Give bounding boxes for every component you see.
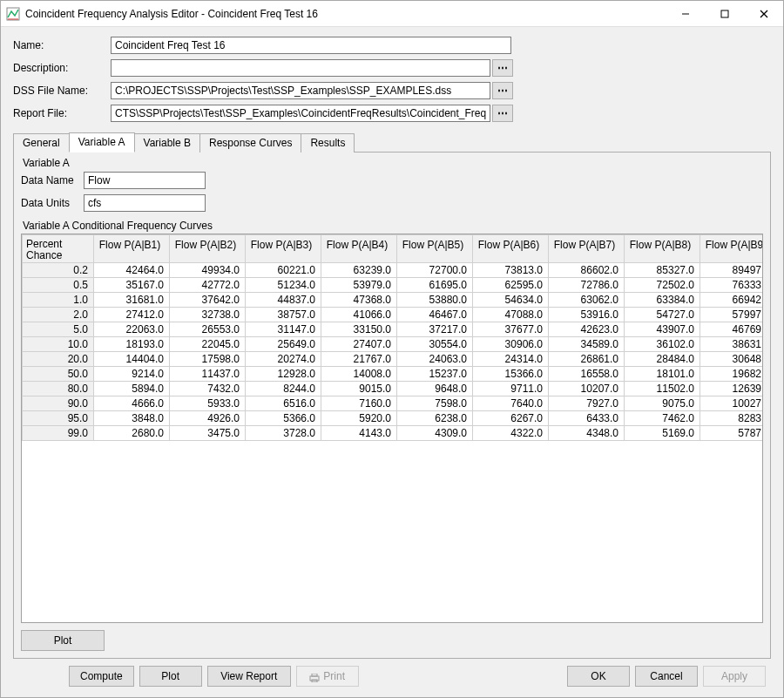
data-cell[interactable]: 37677.0	[473, 322, 549, 337]
row-header-cell[interactable]: 2.0	[23, 308, 94, 322]
data-cell[interactable]: 14404.0	[94, 352, 170, 367]
frequency-table-container[interactable]: PercentChanceFlow P(A|B1)Flow P(A|B2)Flo…	[21, 234, 763, 623]
row-header-cell[interactable]: 10.0	[23, 337, 94, 352]
column-header-b4[interactable]: Flow P(A|B4)	[321, 235, 397, 263]
data-cell[interactable]: 3848.0	[94, 411, 170, 426]
data-cell[interactable]: 7598.0	[397, 396, 473, 411]
data-cell[interactable]: 28484.0	[625, 352, 700, 367]
data-cell[interactable]: 6238.0	[397, 411, 473, 426]
maximize-button[interactable]	[705, 1, 744, 26]
data-cell[interactable]: 5894.0	[94, 382, 170, 396]
column-header-b7[interactable]: Flow P(A|B7)	[549, 235, 625, 263]
data-cell[interactable]: 72700.0	[397, 263, 473, 278]
data-cell[interactable]: 12928.0	[246, 367, 321, 382]
data-cell[interactable]: 3728.0	[246, 426, 321, 441]
tab-variable-b[interactable]: Variable B	[134, 133, 200, 152]
tab-response-curves[interactable]: Response Curves	[199, 133, 301, 152]
row-header-cell[interactable]: 20.0	[23, 352, 94, 367]
cancel-button[interactable]: Cancel	[635, 666, 698, 687]
data-cell[interactable]: 11437.0	[170, 367, 246, 382]
data-cell[interactable]: 47368.0	[321, 293, 397, 308]
data-units-input[interactable]	[84, 194, 206, 212]
report-file-browse-button[interactable]: ⋯	[492, 105, 513, 122]
data-cell[interactable]: 63384.0	[625, 293, 700, 308]
tab-results[interactable]: Results	[301, 133, 355, 152]
data-cell[interactable]: 72502.0	[625, 278, 700, 293]
data-cell[interactable]: 12639.0	[700, 382, 764, 396]
data-cell[interactable]: 41066.0	[321, 308, 397, 322]
data-cell[interactable]: 2680.0	[94, 426, 170, 441]
description-input[interactable]	[111, 59, 490, 77]
data-cell[interactable]: 60221.0	[246, 263, 321, 278]
data-cell[interactable]: 30648.0	[700, 352, 764, 367]
data-cell[interactable]: 4926.0	[170, 411, 246, 426]
data-cell[interactable]: 5787.0	[700, 426, 764, 441]
name-input[interactable]	[111, 37, 511, 54]
plot-button[interactable]: Plot	[139, 666, 202, 687]
data-cell[interactable]: 53916.0	[549, 308, 625, 322]
data-cell[interactable]: 7432.0	[170, 382, 246, 396]
data-cell[interactable]: 47088.0	[473, 308, 549, 322]
data-cell[interactable]: 42623.0	[549, 322, 625, 337]
data-cell[interactable]: 6267.0	[473, 411, 549, 426]
data-cell[interactable]: 11502.0	[625, 382, 700, 396]
column-header-b3[interactable]: Flow P(A|B3)	[246, 235, 321, 263]
data-cell[interactable]: 8244.0	[246, 382, 321, 396]
data-cell[interactable]: 8283.0	[700, 411, 764, 426]
data-cell[interactable]: 21767.0	[321, 352, 397, 367]
column-header-b9[interactable]: Flow P(A|B9)	[700, 235, 764, 263]
data-cell[interactable]: 53880.0	[397, 293, 473, 308]
data-cell[interactable]: 66942.0	[700, 293, 764, 308]
data-cell[interactable]: 62595.0	[473, 278, 549, 293]
data-cell[interactable]: 10027.0	[700, 396, 764, 411]
data-cell[interactable]: 63062.0	[549, 293, 625, 308]
data-cell[interactable]: 19682.0	[700, 367, 764, 382]
data-cell[interactable]: 42772.0	[170, 278, 246, 293]
column-header-b2[interactable]: Flow P(A|B2)	[170, 235, 246, 263]
data-cell[interactable]: 36102.0	[625, 337, 700, 352]
data-cell[interactable]: 43907.0	[625, 322, 700, 337]
row-header-cell[interactable]: 5.0	[23, 322, 94, 337]
ok-button[interactable]: OK	[567, 666, 630, 687]
column-header-b1[interactable]: Flow P(A|B1)	[94, 235, 170, 263]
data-cell[interactable]: 38631.0	[700, 337, 764, 352]
data-cell[interactable]: 15237.0	[397, 367, 473, 382]
close-button[interactable]	[744, 1, 783, 26]
data-cell[interactable]: 26861.0	[549, 352, 625, 367]
data-cell[interactable]: 61695.0	[397, 278, 473, 293]
data-cell[interactable]: 51234.0	[246, 278, 321, 293]
row-header-cell[interactable]: 0.5	[23, 278, 94, 293]
data-cell[interactable]: 4309.0	[397, 426, 473, 441]
data-cell[interactable]: 4322.0	[473, 426, 549, 441]
data-cell[interactable]: 5366.0	[246, 411, 321, 426]
row-header-cell[interactable]: 1.0	[23, 293, 94, 308]
data-cell[interactable]: 63239.0	[321, 263, 397, 278]
data-cell[interactable]: 57997.0	[700, 308, 764, 322]
data-cell[interactable]: 20274.0	[246, 352, 321, 367]
panel-plot-button[interactable]: Plot	[21, 630, 105, 651]
data-cell[interactable]: 73813.0	[473, 263, 549, 278]
compute-button[interactable]: Compute	[69, 666, 134, 687]
data-cell[interactable]: 6433.0	[549, 411, 625, 426]
data-cell[interactable]: 15366.0	[473, 367, 549, 382]
data-cell[interactable]: 9075.0	[625, 396, 700, 411]
data-cell[interactable]: 3475.0	[170, 426, 246, 441]
data-cell[interactable]: 24314.0	[473, 352, 549, 367]
column-header-b6[interactable]: Flow P(A|B6)	[473, 235, 549, 263]
data-cell[interactable]: 31681.0	[94, 293, 170, 308]
column-header-b8[interactable]: Flow P(A|B8)	[625, 235, 700, 263]
data-cell[interactable]: 10207.0	[549, 382, 625, 396]
data-cell[interactable]: 37217.0	[397, 322, 473, 337]
data-cell[interactable]: 31147.0	[246, 322, 321, 337]
data-cell[interactable]: 30906.0	[473, 337, 549, 352]
description-browse-button[interactable]: ⋯	[492, 59, 513, 77]
data-cell[interactable]: 27407.0	[321, 337, 397, 352]
data-cell[interactable]: 54727.0	[625, 308, 700, 322]
data-cell[interactable]: 7927.0	[549, 396, 625, 411]
data-cell[interactable]: 37642.0	[170, 293, 246, 308]
row-header-cell[interactable]: 0.2	[23, 263, 94, 278]
data-cell[interactable]: 89497.0	[700, 263, 764, 278]
data-cell[interactable]: 7462.0	[625, 411, 700, 426]
view-report-button[interactable]: View Report	[207, 666, 291, 687]
data-cell[interactable]: 5933.0	[170, 396, 246, 411]
